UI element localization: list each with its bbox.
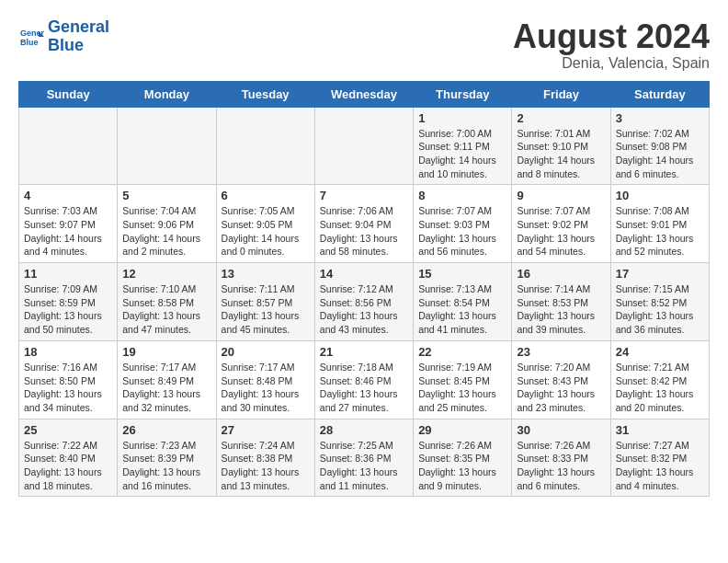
- day-cell: 1Sunrise: 7:00 AM Sunset: 9:11 PM Daylig…: [414, 107, 512, 185]
- day-info: Sunrise: 7:13 AM Sunset: 8:54 PM Dayligh…: [418, 282, 506, 337]
- day-number: 23: [517, 345, 605, 359]
- day-cell: 30Sunrise: 7:26 AM Sunset: 8:33 PM Dayli…: [512, 419, 610, 497]
- day-info: Sunrise: 7:17 AM Sunset: 8:48 PM Dayligh…: [222, 361, 310, 415]
- week-row-1: 1Sunrise: 7:00 AM Sunset: 9:11 PM Daylig…: [19, 107, 710, 185]
- day-cell: 28Sunrise: 7:25 AM Sunset: 8:36 PM Dayli…: [314, 419, 413, 497]
- day-number: 19: [122, 345, 210, 359]
- day-cell: 25Sunrise: 7:22 AM Sunset: 8:40 PM Dayli…: [19, 419, 118, 497]
- day-number: 13: [222, 267, 310, 281]
- day-info: Sunrise: 7:18 AM Sunset: 8:46 PM Dayligh…: [320, 361, 408, 415]
- day-info: Sunrise: 7:19 AM Sunset: 8:45 PM Dayligh…: [418, 361, 506, 415]
- day-cell: [118, 107, 216, 185]
- day-info: Sunrise: 7:10 AM Sunset: 8:58 PM Dayligh…: [122, 282, 210, 337]
- day-info: Sunrise: 7:11 AM Sunset: 8:57 PM Dayligh…: [222, 282, 310, 337]
- day-info: Sunrise: 7:09 AM Sunset: 8:59 PM Dayligh…: [24, 282, 112, 337]
- day-info: Sunrise: 7:24 AM Sunset: 8:38 PM Dayligh…: [222, 439, 310, 493]
- day-info: Sunrise: 7:02 AM Sunset: 9:08 PM Dayligh…: [616, 127, 704, 181]
- day-info: Sunrise: 7:21 AM Sunset: 8:42 PM Dayligh…: [616, 361, 704, 415]
- day-cell: [19, 107, 118, 185]
- day-info: Sunrise: 7:04 AM Sunset: 9:06 PM Dayligh…: [122, 204, 210, 259]
- col-friday: Friday: [512, 81, 610, 107]
- day-number: 14: [320, 267, 408, 281]
- day-cell: 26Sunrise: 7:23 AM Sunset: 8:39 PM Dayli…: [118, 419, 216, 497]
- col-thursday: Thursday: [414, 81, 512, 107]
- day-info: Sunrise: 7:26 AM Sunset: 8:35 PM Dayligh…: [418, 439, 506, 493]
- calendar-subtitle: Denia, Valencia, Spain: [513, 55, 710, 72]
- day-info: Sunrise: 7:17 AM Sunset: 8:49 PM Dayligh…: [122, 361, 210, 415]
- col-wednesday: Wednesday: [314, 81, 413, 107]
- day-number: 25: [24, 423, 112, 437]
- day-cell: [216, 107, 314, 185]
- day-number: 1: [418, 111, 506, 125]
- day-info: Sunrise: 7:16 AM Sunset: 8:50 PM Dayligh…: [24, 361, 112, 415]
- col-monday: Monday: [118, 81, 216, 107]
- day-cell: 2Sunrise: 7:01 AM Sunset: 9:10 PM Daylig…: [512, 107, 610, 185]
- day-info: Sunrise: 7:05 AM Sunset: 9:05 PM Dayligh…: [222, 204, 310, 259]
- day-info: Sunrise: 7:15 AM Sunset: 8:52 PM Dayligh…: [616, 282, 704, 337]
- week-row-4: 18Sunrise: 7:16 AM Sunset: 8:50 PM Dayli…: [19, 340, 710, 419]
- day-number: 3: [616, 111, 704, 125]
- day-cell: 15Sunrise: 7:13 AM Sunset: 8:54 PM Dayli…: [414, 263, 512, 341]
- day-cell: 19Sunrise: 7:17 AM Sunset: 8:49 PM Dayli…: [118, 340, 216, 419]
- logo-line1: General: [48, 17, 109, 36]
- day-info: Sunrise: 7:23 AM Sunset: 8:39 PM Dayligh…: [122, 439, 210, 493]
- day-cell: 8Sunrise: 7:07 AM Sunset: 9:03 PM Daylig…: [414, 185, 512, 263]
- day-number: 16: [517, 267, 605, 281]
- day-cell: 5Sunrise: 7:04 AM Sunset: 9:06 PM Daylig…: [118, 185, 216, 263]
- day-cell: 29Sunrise: 7:26 AM Sunset: 8:35 PM Dayli…: [414, 419, 512, 497]
- logo: General Blue General Blue: [18, 18, 109, 55]
- logo-text: General Blue: [48, 18, 109, 55]
- day-cell: 16Sunrise: 7:14 AM Sunset: 8:53 PM Dayli…: [512, 263, 610, 341]
- day-number: 29: [418, 423, 506, 437]
- day-info: Sunrise: 7:03 AM Sunset: 9:07 PM Dayligh…: [24, 204, 112, 259]
- day-number: 22: [418, 345, 506, 359]
- day-number: 31: [616, 423, 704, 437]
- day-number: 5: [122, 189, 210, 202]
- day-cell: 20Sunrise: 7:17 AM Sunset: 8:48 PM Dayli…: [216, 340, 314, 419]
- day-cell: 13Sunrise: 7:11 AM Sunset: 8:57 PM Dayli…: [216, 263, 314, 341]
- day-cell: 10Sunrise: 7:08 AM Sunset: 9:01 PM Dayli…: [610, 185, 709, 263]
- day-number: 30: [517, 423, 605, 437]
- day-number: 11: [24, 267, 112, 281]
- calendar-body: 1Sunrise: 7:00 AM Sunset: 9:11 PM Daylig…: [19, 107, 710, 497]
- day-cell: 14Sunrise: 7:12 AM Sunset: 8:56 PM Dayli…: [314, 263, 413, 341]
- day-number: 17: [616, 267, 704, 281]
- day-number: 18: [24, 345, 112, 359]
- svg-text:Blue: Blue: [20, 38, 39, 47]
- day-info: Sunrise: 7:12 AM Sunset: 8:56 PM Dayligh…: [320, 282, 408, 337]
- day-info: Sunrise: 7:00 AM Sunset: 9:11 PM Dayligh…: [418, 127, 506, 181]
- day-cell: 24Sunrise: 7:21 AM Sunset: 8:42 PM Dayli…: [610, 340, 709, 419]
- day-cell: 11Sunrise: 7:09 AM Sunset: 8:59 PM Dayli…: [19, 263, 118, 341]
- day-info: Sunrise: 7:07 AM Sunset: 9:02 PM Dayligh…: [517, 204, 605, 259]
- day-info: Sunrise: 7:07 AM Sunset: 9:03 PM Dayligh…: [418, 204, 506, 259]
- col-tuesday: Tuesday: [216, 81, 314, 107]
- day-info: Sunrise: 7:14 AM Sunset: 8:53 PM Dayligh…: [517, 282, 605, 337]
- day-cell: 18Sunrise: 7:16 AM Sunset: 8:50 PM Dayli…: [19, 340, 118, 419]
- logo-line2: Blue: [48, 36, 84, 54]
- day-info: Sunrise: 7:22 AM Sunset: 8:40 PM Dayligh…: [24, 439, 112, 493]
- day-cell: 31Sunrise: 7:27 AM Sunset: 8:32 PM Dayli…: [610, 419, 709, 497]
- day-number: 27: [222, 423, 310, 437]
- day-number: 21: [320, 345, 408, 359]
- day-info: Sunrise: 7:26 AM Sunset: 8:33 PM Dayligh…: [517, 439, 605, 493]
- week-row-2: 4Sunrise: 7:03 AM Sunset: 9:07 PM Daylig…: [19, 185, 710, 263]
- day-number: 7: [320, 189, 408, 202]
- day-info: Sunrise: 7:27 AM Sunset: 8:32 PM Dayligh…: [616, 439, 704, 493]
- title-block: August 2024 Denia, Valencia, Spain: [513, 18, 710, 72]
- calendar-table: Sunday Monday Tuesday Wednesday Thursday…: [18, 81, 710, 498]
- day-cell: 7Sunrise: 7:06 AM Sunset: 9:04 PM Daylig…: [314, 185, 413, 263]
- day-number: 10: [616, 189, 704, 202]
- day-cell: 27Sunrise: 7:24 AM Sunset: 8:38 PM Dayli…: [216, 419, 314, 497]
- day-number: 8: [418, 189, 506, 202]
- week-row-3: 11Sunrise: 7:09 AM Sunset: 8:59 PM Dayli…: [19, 263, 710, 341]
- day-number: 2: [517, 111, 605, 125]
- day-number: 15: [418, 267, 506, 281]
- calendar-header: Sunday Monday Tuesday Wednesday Thursday…: [19, 81, 710, 107]
- day-cell: 6Sunrise: 7:05 AM Sunset: 9:05 PM Daylig…: [216, 185, 314, 263]
- day-number: 20: [222, 345, 310, 359]
- day-number: 9: [517, 189, 605, 202]
- day-cell: 9Sunrise: 7:07 AM Sunset: 9:02 PM Daylig…: [512, 185, 610, 263]
- day-number: 6: [222, 189, 310, 202]
- day-cell: 17Sunrise: 7:15 AM Sunset: 8:52 PM Dayli…: [610, 263, 709, 341]
- day-cell: 22Sunrise: 7:19 AM Sunset: 8:45 PM Dayli…: [414, 340, 512, 419]
